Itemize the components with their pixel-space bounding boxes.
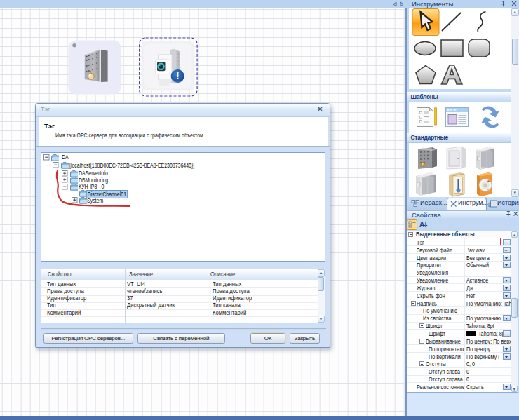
svg-text:A: A [419, 220, 424, 228]
svg-text:!: ! [176, 70, 180, 81]
